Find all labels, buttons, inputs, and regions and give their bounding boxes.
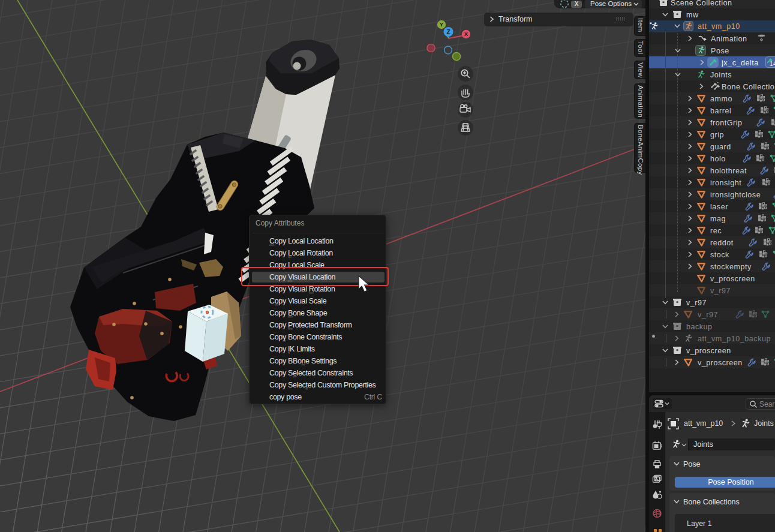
- svg-text:X: X: [464, 31, 468, 37]
- svg-text:Y: Y: [440, 21, 444, 28]
- svg-text:Z: Z: [446, 29, 450, 35]
